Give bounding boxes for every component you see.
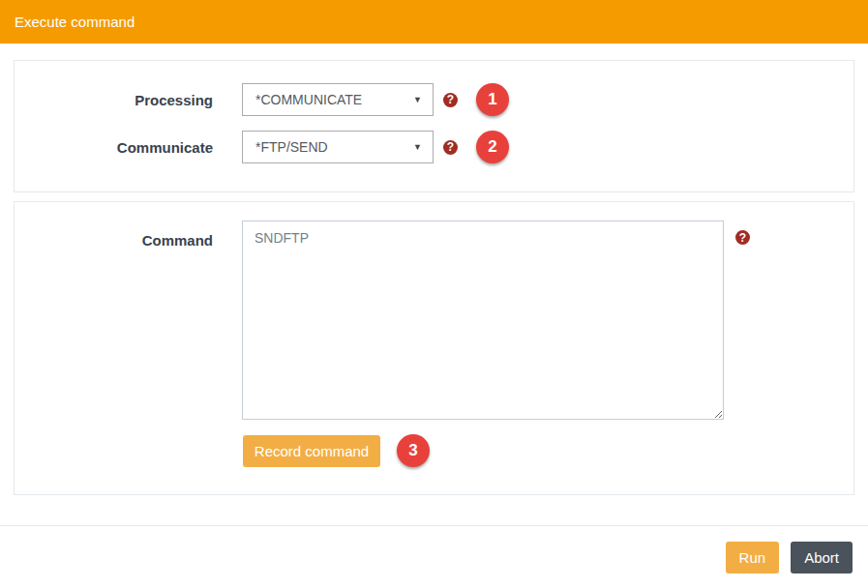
processing-label: Processing (15, 92, 213, 108)
communicate-label: Communicate (15, 139, 213, 156)
dialog-header: Execute command (0, 0, 868, 44)
command-panel: Command SNDFTP ? Record command 3 (14, 201, 854, 495)
step-badge-2: 2 (476, 131, 509, 163)
dialog-title: Execute command (15, 14, 135, 30)
communication-settings-panel: Processing *COMMUNICATE ▼ ? 1 Communicat… (14, 60, 854, 192)
communicate-dropdown[interactable]: *FTP/SEND ▼ (242, 131, 434, 163)
command-textarea[interactable]: SNDFTP (242, 220, 724, 420)
step-badge-3: 3 (397, 434, 430, 467)
help-icon[interactable]: ? (443, 140, 458, 155)
form-row-processing: Processing *COMMUNICATE ▼ ? 1 (15, 83, 853, 116)
question-mark-glyph: ? (447, 94, 454, 105)
run-button[interactable]: Run (726, 542, 780, 573)
processing-dropdown-value: *COMMUNICATE (255, 92, 362, 107)
dialog-footer: Run Abort (0, 525, 868, 588)
execute-command-dialog: Execute command Processing *COMMUNICATE … (0, 0, 868, 588)
communicate-dropdown-value: *FTP/SEND (255, 139, 328, 155)
chevron-down-icon: ▼ (413, 142, 422, 152)
form-row-command: Command SNDFTP ? (15, 220, 853, 420)
step-badge-1: 1 (476, 83, 509, 116)
question-mark-glyph: ? (447, 141, 454, 153)
command-label: Command (15, 220, 213, 249)
record-command-row: Record command 3 (243, 434, 853, 467)
processing-dropdown[interactable]: *COMMUNICATE ▼ (242, 83, 434, 116)
question-mark-glyph: ? (739, 232, 746, 244)
help-icon[interactable]: ? (735, 230, 750, 245)
help-icon[interactable]: ? (443, 93, 458, 107)
form-row-communicate: Communicate *FTP/SEND ▼ ? 2 (15, 131, 853, 163)
abort-button[interactable]: Abort (791, 542, 853, 573)
chevron-down-icon: ▼ (413, 95, 422, 104)
record-command-button[interactable]: Record command (243, 435, 380, 467)
